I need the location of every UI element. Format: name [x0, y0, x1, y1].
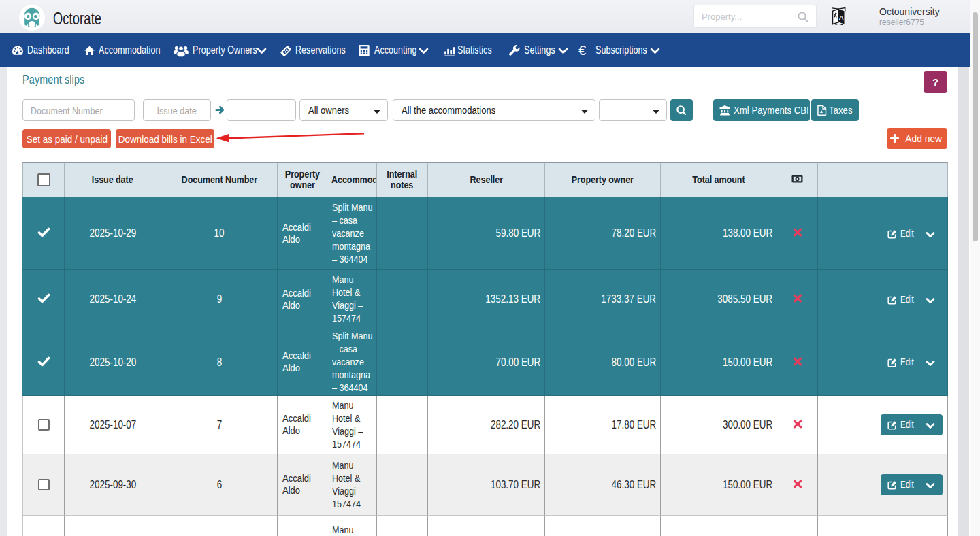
svg-text:A: A	[839, 14, 844, 21]
